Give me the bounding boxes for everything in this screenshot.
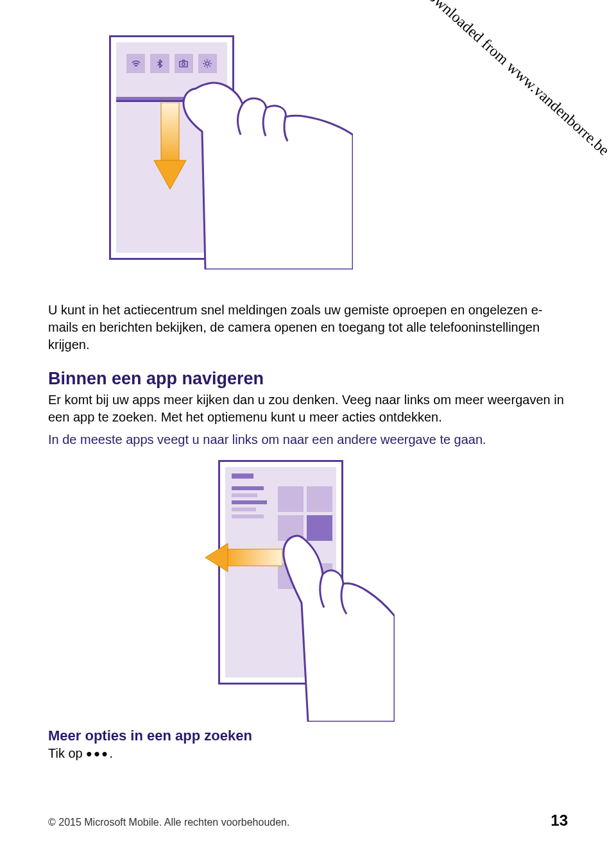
svg-marker-6 bbox=[205, 543, 228, 572]
bluetooth-icon bbox=[150, 54, 169, 73]
svg-point-2 bbox=[206, 62, 209, 65]
illustration-swipe-left bbox=[218, 460, 379, 713]
page-content: U kunt in het actiecentrum snel meldinge… bbox=[0, 0, 616, 764]
hand-gesture-icon bbox=[173, 77, 353, 269]
copyright-text: © 2015 Microsoft Mobile. Alle rechten vo… bbox=[48, 817, 289, 828]
tik-prefix: Tik op bbox=[48, 746, 86, 760]
tik-op-line: Tik op •••. bbox=[48, 744, 568, 764]
more-options-icon: ••• bbox=[86, 744, 109, 763]
heading-more-options: Meer opties in een app zoeken bbox=[48, 728, 568, 744]
svg-rect-0 bbox=[180, 62, 187, 67]
illustration-swipe-down bbox=[109, 35, 263, 282]
hand-gesture-icon bbox=[266, 529, 395, 722]
tik-suffix: . bbox=[110, 746, 114, 760]
page-number: 13 bbox=[551, 812, 568, 830]
quick-action-row bbox=[126, 54, 217, 73]
camera-icon bbox=[175, 54, 193, 73]
paragraph-navigate-app: Er komt bij uw apps meer kijken dan u zo… bbox=[48, 391, 568, 426]
wifi-icon bbox=[126, 54, 145, 73]
paragraph-action-center: U kunt in het actiecentrum snel meldinge… bbox=[48, 302, 568, 354]
svg-point-1 bbox=[182, 63, 185, 66]
page-footer: © 2015 Microsoft Mobile. Alle rechten vo… bbox=[48, 812, 568, 830]
highlight-swipe-left: In de meeste apps veegt u naar links om … bbox=[48, 431, 568, 448]
brightness-icon bbox=[198, 54, 217, 73]
heading-navigate-app: Binnen een app navigeren bbox=[48, 369, 568, 389]
app-title-bar bbox=[232, 473, 253, 479]
app-list bbox=[232, 486, 270, 522]
